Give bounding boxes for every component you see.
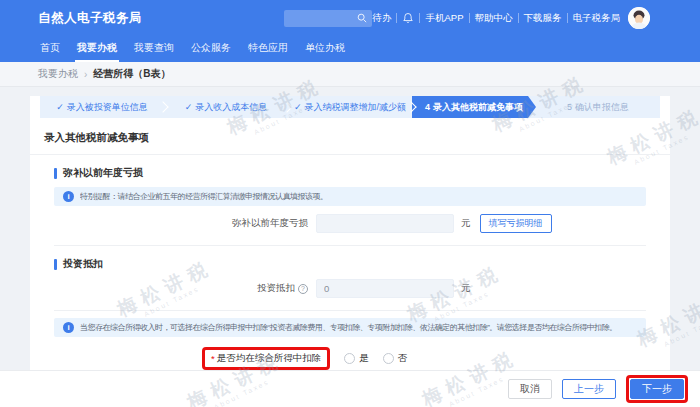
step-2-income-cost: ✓ 录入收入成本信息 — [164, 96, 288, 118]
info-icon: i — [63, 322, 74, 333]
loss-unit-label: 元 — [461, 217, 471, 230]
loss-amount-input[interactable] — [316, 214, 454, 233]
header-links: 待办 手机APP 帮助中心 下载服务 电子税务局 — [372, 7, 686, 29]
divider — [567, 13, 568, 23]
nav-tab-inquiry[interactable]: 我要查询 — [132, 36, 176, 62]
check-icon: ✓ — [56, 102, 64, 112]
radio-group-label: 是否均在综合所得中扣除 — [217, 352, 322, 365]
section-investment-deduction: 投资抵扣 投资抵扣 ? 元 i 当您存在综合所得收入时，可选择在综合所得申报中扣… — [30, 257, 670, 370]
required-mark: * — [211, 353, 215, 364]
deduct-in-comprehensive-income-row: * 是否均在综合所得中扣除 是 否 — [54, 347, 646, 370]
help-icon[interactable]: ? — [298, 284, 308, 294]
info-icon: i — [63, 191, 74, 202]
step-5-confirm-declaration: 5 确认申报信息 — [536, 96, 660, 118]
search-icon — [357, 13, 367, 23]
nav-tab-featured-apps[interactable]: 特色应用 — [246, 36, 290, 62]
cancel-button[interactable]: 取消 — [508, 379, 552, 399]
breadcrumb-current: 经营所得（B表） — [93, 67, 170, 81]
download-service-link[interactable]: 下载服务 — [524, 12, 562, 25]
alert-text: 特别提醒：请结合企业前五年的经营所得汇算清缴申报情况认真填报该项。 — [80, 191, 328, 202]
section-accent-bar — [54, 168, 57, 179]
comprehensive-income-notice: i 当您存在综合所得收入时，可选择在综合所得申报中扣除“投资者减除费用、专项扣除… — [54, 318, 646, 337]
user-avatar[interactable] — [628, 7, 650, 29]
next-step-button[interactable]: 下一步 — [630, 379, 684, 399]
invest-field-label: 投资抵扣 ? — [54, 282, 308, 295]
section-title: 投资抵扣 — [63, 257, 103, 271]
previous-step-button[interactable]: 上一步 — [562, 379, 616, 399]
section-header: 弥补以前年度亏损 — [54, 166, 646, 180]
step-progress-bar: ✓ 录入被投资单位信息 ✓ 录入收入成本信息 ✓ 录入纳税调整增加/减少额 4 … — [40, 96, 660, 118]
notice-text: 当您存在综合所得收入时，可选择在综合所得申报中扣除“投资者减除费用、专项扣除、专… — [80, 322, 617, 333]
action-footer: 取消 上一步 下一步 — [0, 370, 700, 407]
app-header: 自然人电子税务局 待办 手机APP 帮助中心 下载服务 电子税务局 — [0, 0, 700, 36]
nav-tab-unit-tax[interactable]: 单位办税 — [303, 36, 347, 62]
step-1-investee-info: ✓ 录入被投资单位信息 — [40, 96, 164, 118]
divider — [469, 13, 470, 23]
fill-loss-detail-button[interactable]: 填写亏损明细 — [480, 214, 552, 233]
step-4-pre-tax-deductions: 4 录入其他税前减免事项 — [412, 96, 536, 118]
breadcrumb-separator-icon: › — [84, 69, 87, 80]
divider — [54, 245, 646, 246]
app-title: 自然人电子税务局 — [38, 10, 142, 27]
check-icon: ✓ — [185, 102, 193, 112]
annotation-box-radio-label: * 是否均在综合所得中扣除 — [202, 347, 330, 370]
annotation-box-next: 下一步 — [626, 375, 688, 403]
main-card: ✓ 录入被投资单位信息 ✓ 录入收入成本信息 ✓ 录入纳税调整增加/减少额 4 … — [30, 96, 670, 372]
nav-tab-tax-handling[interactable]: 我要办税 — [75, 36, 119, 62]
main-nav: 首页 我要办税 我要查询 公众服务 特色应用 单位办税 — [0, 36, 700, 62]
breadcrumb: 我要办税 › 经营所得（B表） — [0, 62, 700, 87]
loss-field-label: 弥补以前年度亏损 — [54, 217, 308, 230]
page-title: 录入其他税前减免事项 — [30, 118, 670, 154]
section-accent-bar — [54, 259, 57, 270]
section-loss-carryforward: 弥补以前年度亏损 i 特别提醒：请结合企业前五年的经营所得汇算清缴申报情况认真填… — [30, 166, 670, 246]
loss-alert: i 特别提醒：请结合企业前五年的经营所得汇算清缴申报情况认真填报该项。 — [54, 187, 646, 206]
notification-bell-icon[interactable] — [402, 12, 414, 24]
nav-tab-home[interactable]: 首页 — [38, 36, 62, 62]
divider — [419, 13, 420, 23]
divider — [518, 13, 519, 23]
section-title: 弥补以前年度亏损 — [63, 166, 143, 180]
loss-field-row: 弥补以前年度亏损 元 填写亏损明细 — [54, 214, 646, 233]
divider — [30, 154, 670, 155]
radio-option-yes[interactable]: 是 — [344, 352, 369, 365]
divider — [54, 310, 646, 311]
radio-circle-icon[interactable] — [344, 353, 355, 364]
breadcrumb-parent[interactable]: 我要办税 — [38, 67, 78, 81]
invest-unit-label: 元 — [461, 282, 471, 295]
mobile-app-link[interactable]: 手机APP — [425, 12, 463, 25]
section-header: 投资抵扣 — [54, 257, 646, 271]
etax-bureau-link[interactable]: 电子税务局 — [573, 12, 621, 25]
search-input[interactable] — [289, 13, 357, 23]
step-3-tax-adjustment: ✓ 录入纳税调整增加/减少额 — [288, 96, 412, 118]
search-box[interactable] — [284, 10, 372, 27]
todo-link[interactable]: 待办 — [372, 12, 391, 25]
radio-circle-icon[interactable] — [383, 353, 394, 364]
divider — [396, 13, 397, 23]
nav-tab-public-service[interactable]: 公众服务 — [189, 36, 233, 62]
help-center-link[interactable]: 帮助中心 — [475, 12, 513, 25]
radio-option-no[interactable]: 否 — [383, 352, 408, 365]
invest-field-row: 投资抵扣 ? 元 — [54, 279, 646, 298]
check-icon: ✓ — [294, 102, 302, 112]
invest-amount-input[interactable] — [316, 279, 454, 298]
